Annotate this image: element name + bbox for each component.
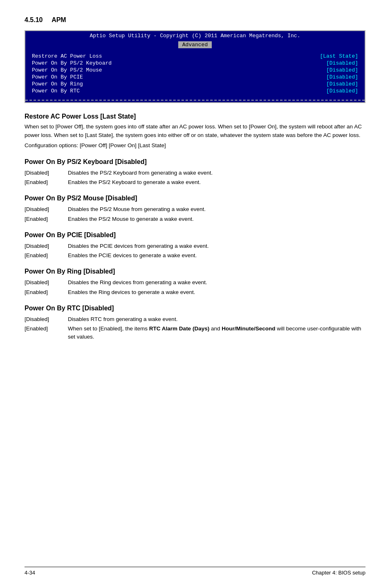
- option-key: [Enabled]: [25, 178, 61, 186]
- bios-row-label: Restrore AC Power Loss: [32, 53, 114, 59]
- doc-section: Restore AC Power Loss [Last State]When s…: [25, 113, 365, 150]
- bios-row-value: [Disabled]: [326, 88, 358, 94]
- bios-row: Power On By Ring[Disabled]: [32, 81, 358, 87]
- option-row: [Enabled]Enables the PS/2 Keyboard to ge…: [25, 178, 365, 186]
- doc-section-heading: Restore AC Power Loss [Last State]: [25, 113, 365, 120]
- option-desc: Enables the PS/2 Mouse to generate a wak…: [68, 215, 365, 223]
- doc-content: Restore AC Power Loss [Last State]When s…: [25, 113, 365, 341]
- option-key: [Disabled]: [25, 242, 61, 250]
- bios-row: Power On By PS/2 Keyboard[Disabled]: [32, 60, 358, 66]
- option-key: [Disabled]: [25, 205, 61, 213]
- page-footer: 4-34 Chapter 4: BIOS setup: [25, 567, 365, 576]
- bios-row: Power On By PS/2 Mouse[Disabled]: [32, 67, 358, 73]
- option-row: [Disabled]Disables the PS/2 Keyboard fro…: [25, 169, 365, 177]
- doc-section: Power On By PS/2 Keyboard [Disabled][Dis…: [25, 158, 365, 187]
- bios-header: Aptio Setup Utility - Copyright (C) 2011…: [25, 31, 365, 40]
- bios-row-label: Power On By Ring: [32, 81, 114, 87]
- bios-row-value: [Disabled]: [326, 67, 358, 73]
- section-number: 4.5.10: [25, 16, 43, 23]
- footer-chapter: Chapter 4: BIOS setup: [312, 570, 365, 576]
- bios-tab[interactable]: Advanced: [178, 41, 212, 48]
- option-row: [Enabled]When set to [Enabled], the item…: [25, 325, 365, 341]
- option-desc: When set to [Enabled], the items RTC Ala…: [68, 325, 365, 341]
- bios-row: Power On By RTC[Disabled]: [32, 88, 358, 94]
- option-row: [Disabled]Disables the PS/2 Mouse from g…: [25, 205, 365, 213]
- doc-section-heading: Power On By Ring [Disabled]: [25, 268, 365, 275]
- bios-body: Restrore AC Power Loss[Last State]Power …: [25, 50, 365, 100]
- option-desc: Enables the PCIE devices to generate a w…: [68, 251, 365, 260]
- section-title: APM: [52, 16, 66, 23]
- option-key: [Disabled]: [25, 315, 61, 323]
- option-desc: Enables the PS/2 Keyboard to generate a …: [68, 178, 365, 186]
- bios-row-label: Power On By RTC: [32, 88, 114, 94]
- bios-row: Restrore AC Power Loss[Last State]: [32, 53, 358, 59]
- option-row: [Enabled]Enables the Ring devices to gen…: [25, 288, 365, 296]
- option-key: [Enabled]: [25, 215, 61, 223]
- option-table: [Disabled]Disables the Ring devices from…: [25, 278, 365, 296]
- doc-section: Power On By Ring [Disabled][Disabled]Dis…: [25, 268, 365, 296]
- doc-section-heading: Power On By PS/2 Keyboard [Disabled]: [25, 158, 365, 166]
- doc-section: Power On By PCIE [Disabled][Disabled]Dis…: [25, 231, 365, 260]
- bios-row-value: [Disabled]: [326, 60, 358, 66]
- bios-row-value: [Disabled]: [326, 74, 358, 80]
- doc-section-heading: Power On By PCIE [Disabled]: [25, 231, 365, 239]
- option-desc: Disables the PS/2 Mouse from generating …: [68, 205, 365, 213]
- bios-footer-dashes: [25, 100, 365, 102]
- bios-row-value: [Disabled]: [326, 81, 358, 87]
- option-key: [Enabled]: [25, 251, 61, 260]
- option-row: [Disabled]Disables RTC from generating a…: [25, 315, 365, 323]
- doc-paragraph: Configuration options: [Power Off] [Powe…: [25, 141, 365, 150]
- option-desc: Disables the Ring devices from generatin…: [68, 278, 365, 287]
- bios-row-label: Power On By PS/2 Mouse: [32, 67, 114, 73]
- doc-section: Power On By RTC [Disabled][Disabled]Disa…: [25, 305, 365, 341]
- bios-tab-row: Advanced: [25, 40, 365, 50]
- bios-screen: Aptio Setup Utility - Copyright (C) 2011…: [25, 30, 365, 103]
- bios-row: Power On By PCIE[Disabled]: [32, 74, 358, 80]
- option-desc: Disables the PS/2 Keyboard from generati…: [68, 169, 365, 177]
- option-table: [Disabled]Disables the PS/2 Mouse from g…: [25, 205, 365, 223]
- doc-section-heading: Power On By RTC [Disabled]: [25, 305, 365, 312]
- doc-section-heading: Power On By PS/2 Mouse [Disabled]: [25, 195, 365, 202]
- option-desc: Enables the Ring devices to generate a w…: [68, 288, 365, 296]
- option-table: [Disabled]Disables the PS/2 Keyboard fro…: [25, 169, 365, 187]
- option-key: [Disabled]: [25, 169, 61, 177]
- option-key: [Disabled]: [25, 278, 61, 287]
- bios-row-label: Power On By PS/2 Keyboard: [32, 60, 114, 66]
- option-table: [Disabled]Disables the PCIE devices from…: [25, 242, 365, 260]
- page-title: 4.5.10 APM: [25, 16, 365, 24]
- bios-row-value: [Last State]: [320, 53, 358, 59]
- option-desc: Disables the PCIE devices from generatin…: [68, 242, 365, 250]
- footer-page: 4-34: [25, 570, 35, 576]
- option-key: [Enabled]: [25, 288, 61, 296]
- option-row: [Disabled]Disables the PCIE devices from…: [25, 242, 365, 250]
- option-row: [Disabled]Disables the Ring devices from…: [25, 278, 365, 287]
- option-key: [Enabled]: [25, 325, 61, 341]
- doc-section: Power On By PS/2 Mouse [Disabled][Disabl…: [25, 195, 365, 223]
- doc-paragraph: When set to [Power Off], the system goes…: [25, 123, 365, 140]
- option-desc: Disables RTC from generating a wake even…: [68, 315, 365, 323]
- option-table: [Disabled]Disables RTC from generating a…: [25, 315, 365, 341]
- option-row: [Enabled]Enables the PCIE devices to gen…: [25, 251, 365, 260]
- option-row: [Enabled]Enables the PS/2 Mouse to gener…: [25, 215, 365, 223]
- bios-row-label: Power On By PCIE: [32, 74, 114, 80]
